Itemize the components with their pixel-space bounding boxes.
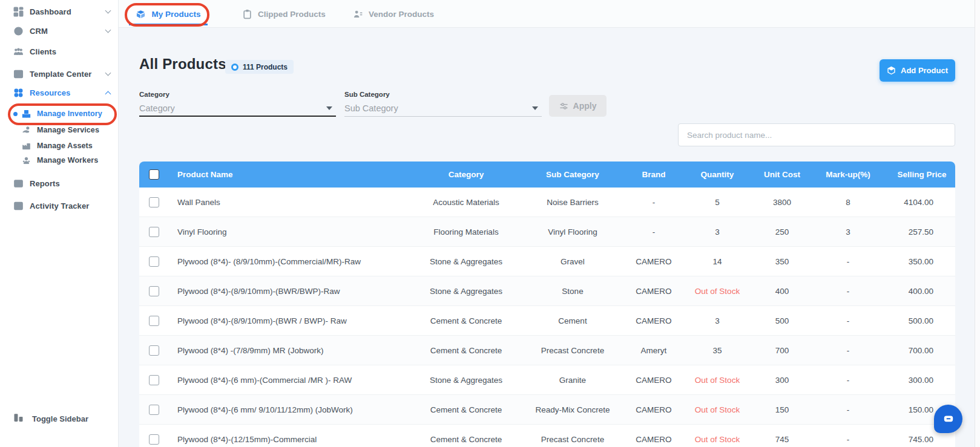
subcategory-select[interactable]: Sub Category: [344, 100, 542, 117]
table-row[interactable]: Plywood (8*4)-(8/9/10mm)-(BWR/BWP)-Raw S…: [139, 276, 955, 306]
row-checkbox[interactable]: [149, 405, 159, 415]
sidebar-item-clients[interactable]: Clients: [0, 43, 119, 60]
chat-bubble-icon: [941, 412, 956, 426]
row-checkbox[interactable]: [149, 316, 159, 326]
category-cell: Stone & Aggregates: [416, 287, 516, 296]
add-product-button[interactable]: Add Product: [880, 59, 955, 82]
tab-my-products[interactable]: My Products: [129, 5, 208, 25]
unit-cost-cell: 500: [757, 316, 807, 325]
apply-filters-button[interactable]: Apply: [549, 95, 607, 117]
sidebar-item-manage-assets[interactable]: Manage Assets: [0, 139, 119, 153]
unit-cost-cell: 350: [757, 257, 807, 266]
row-checkbox[interactable]: [149, 256, 159, 267]
unit-cost-cell: 400: [757, 287, 807, 296]
row-checkbox[interactable]: [149, 197, 159, 207]
product-name-cell: Wall Panels: [168, 198, 416, 207]
sidebar-item-manage-services[interactable]: Manage Services: [0, 123, 119, 137]
brand-cell: -: [630, 227, 678, 237]
subcategory-select-value: Sub Category: [344, 103, 398, 113]
quantity-cell: Out of Stock: [678, 435, 757, 444]
product-name-cell: Vinyl Flooring: [168, 227, 416, 237]
unit-cost-cell: 250: [757, 227, 807, 237]
dropdown-arrow-icon: [532, 106, 538, 110]
apply-label: Apply: [573, 101, 597, 111]
brand-cell: -: [630, 198, 678, 207]
sub-category-cell: Precast Concrete: [516, 435, 630, 444]
count-label: 111 Products: [243, 63, 288, 71]
table-row[interactable]: Plywood (8*4)-(12/15mm)-Commercial Cemen…: [139, 425, 955, 447]
sidebar-item-activity-tracker[interactable]: Activity Tracker: [0, 197, 119, 214]
tab-label: My Products: [151, 10, 200, 19]
sidebar: Dashboard CRM Clients Template Center Re…: [0, 0, 119, 447]
quantity-cell: Out of Stock: [678, 405, 757, 414]
table-row[interactable]: Plywood (8*4)-(8/9/10mm)-(BWR / BWP)- Ra…: [139, 306, 955, 336]
toggle-sidebar-button[interactable]: Toggle Sidebar: [0, 410, 119, 427]
quantity-cell: Out of Stock: [678, 287, 757, 296]
row-checkbox[interactable]: [149, 375, 159, 385]
sidebar-item-label: Dashboard: [30, 7, 100, 16]
template-center-icon: [13, 69, 24, 79]
table-row[interactable]: Plywood (8*4) -(7/8/9mm) MR (Jobwork) Ce…: [139, 336, 955, 365]
col-markup: Mark-up(%): [807, 170, 889, 179]
table-row[interactable]: Plywood (8*4)-(6 mm)-(Commercial /MR )- …: [139, 365, 955, 395]
search-product-input[interactable]: [678, 123, 955, 146]
category-select[interactable]: Category: [139, 100, 336, 117]
quantity-cell: 35: [678, 346, 757, 355]
add-product-label: Add Product: [901, 66, 948, 75]
vendor-products-icon: [353, 9, 363, 19]
selling-price-cell: 700.00: [889, 346, 955, 355]
col-quantity: Quantity: [678, 170, 757, 179]
sub-category-cell: Precast Concrete: [516, 346, 630, 355]
table-row[interactable]: Plywood (8*4)-(6 mm/ 9/10/11/12mm) (JobW…: [139, 395, 955, 425]
selling-price-cell: 300.00: [889, 376, 955, 385]
sidebar-item-resources[interactable]: Resources: [0, 84, 119, 101]
col-brand: Brand: [630, 170, 678, 179]
scrollbar-track[interactable]: [975, 0, 980, 447]
sidebar-item-manage-workers[interactable]: Manage Workers: [0, 153, 119, 168]
chevron-down-icon: [105, 70, 111, 76]
sidebar-item-manage-inventory[interactable]: Manage Inventory: [0, 106, 119, 121]
selling-price-cell: 400.00: [889, 287, 955, 296]
quantity-cell: Out of Stock: [678, 376, 757, 385]
row-checkbox[interactable]: [149, 434, 159, 445]
table-row[interactable]: Plywood (8*4)- (8/9/10mm)-(Commercial/MR…: [139, 247, 955, 276]
col-category: Category: [416, 170, 516, 179]
category-cell: Acoustic Materials: [416, 198, 516, 207]
sub-category-cell: Granite: [516, 376, 630, 385]
sub-category-cell: Stone: [516, 287, 630, 296]
sidebar-item-label: Clients: [30, 47, 110, 56]
dashboard-icon: [13, 7, 24, 17]
product-name-cell: Plywood (8*4)-(6 mm/ 9/10/11/12mm) (JobW…: [168, 405, 416, 414]
quantity-cell: 14: [678, 257, 757, 266]
select-all-checkbox[interactable]: [149, 169, 159, 180]
unit-cost-cell: 150: [757, 405, 807, 414]
chevron-down-icon: [105, 8, 111, 14]
quantity-cell: 3: [678, 227, 757, 237]
sub-category-cell: Ready-Mix Concrete: [516, 405, 630, 414]
tab-clipped-products[interactable]: Clipped Products: [242, 0, 326, 28]
row-checkbox[interactable]: [149, 345, 159, 356]
product-name-cell: Plywood (8*4)-(8/9/10mm)-(BWR/BWP)-Raw: [168, 287, 416, 296]
chat-widget-button[interactable]: [934, 405, 962, 433]
category-filter-label: Category: [139, 91, 169, 98]
product-count-badge: 111 Products: [225, 60, 294, 74]
tab-vendor-products[interactable]: Vendor Products: [353, 0, 434, 28]
sidebar-item-template-center[interactable]: Template Center: [0, 65, 119, 82]
table-header-row: Product Name Category Sub Category Brand…: [139, 162, 955, 188]
sub-category-cell: Cement: [516, 316, 630, 325]
activity-tracker-icon: [13, 201, 24, 211]
sidebar-item-label: Manage Assets: [37, 142, 110, 150]
sidebar-item-crm[interactable]: CRM: [0, 22, 119, 39]
category-cell: Cement & Concrete: [416, 316, 516, 325]
sidebar-item-dashboard[interactable]: Dashboard: [0, 3, 119, 20]
row-checkbox[interactable]: [149, 286, 159, 296]
row-checkbox[interactable]: [149, 227, 159, 237]
table-row[interactable]: Wall Panels Acoustic Materials Noise Bar…: [139, 188, 955, 217]
sidebar-item-reports[interactable]: Reports: [0, 175, 119, 192]
brand-cell: CAMERO: [630, 257, 678, 266]
sidebar-item-label: Activity Tracker: [30, 201, 110, 210]
product-name-cell: Plywood (8*4)-(6 mm)-(Commercial /MR )- …: [168, 376, 416, 385]
brand-cell: CAMERO: [630, 405, 678, 414]
page-title: All Products: [139, 56, 226, 73]
table-row[interactable]: Vinyl Flooring Flooring Materials Vinyl …: [139, 217, 955, 247]
